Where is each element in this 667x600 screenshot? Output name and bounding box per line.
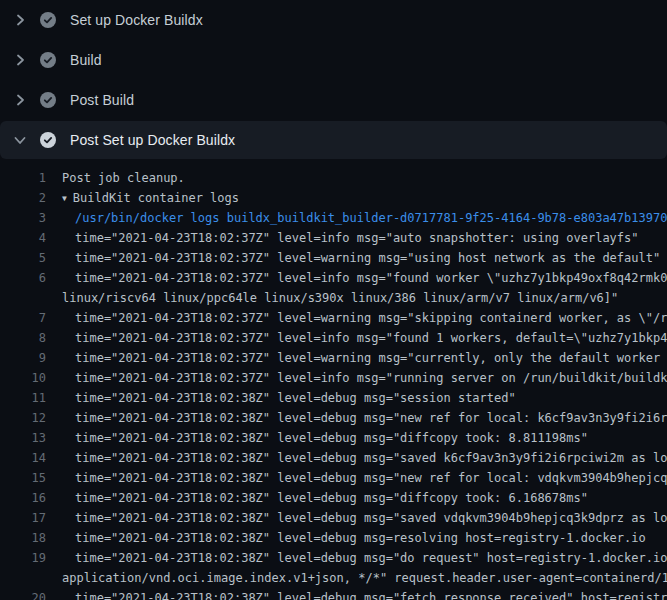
- log-line-number[interactable]: [10, 568, 46, 588]
- log-line-number[interactable]: 7: [10, 308, 46, 328]
- step-header-build[interactable]: Build: [0, 40, 667, 80]
- log-line: 10 time="2021-04-23T18:02:37Z" level=inf…: [0, 368, 667, 388]
- log-line-number[interactable]: 12: [10, 408, 46, 428]
- log-line-text: time="2021-04-23T18:02:38Z" level=debug …: [62, 548, 667, 568]
- group-toggle-caret-icon[interactable]: ▼: [62, 194, 67, 203]
- log-line-text: time="2021-04-23T18:02:37Z" level=warnin…: [62, 348, 667, 368]
- log-line-text: application/vnd.oci.image.index.v1+json,…: [62, 568, 667, 588]
- check-circle-icon: [40, 132, 56, 148]
- actions-log-viewer: Set up Docker Buildx Build Post Build: [0, 0, 667, 600]
- log-line-text: time="2021-04-23T18:02:38Z" level=debug …: [62, 468, 667, 488]
- log-line: 6 time="2021-04-23T18:02:37Z" level=info…: [0, 268, 667, 288]
- log-line-text: time="2021-04-23T18:02:38Z" level=debug …: [62, 508, 667, 528]
- log-line: 2 ▼BuildKit container logs: [0, 188, 667, 208]
- log-line-text: time="2021-04-23T18:02:37Z" level=info m…: [62, 368, 667, 388]
- log-line-number[interactable]: 19: [10, 548, 46, 568]
- log-line: 1 Post job cleanup.: [0, 168, 667, 188]
- log-line-number[interactable]: 10: [10, 368, 46, 388]
- check-circle-icon: [40, 12, 56, 28]
- log-line: 17 time="2021-04-23T18:02:38Z" level=deb…: [0, 508, 667, 528]
- log-line-text: linux/riscv64 linux/ppc64le linux/s390x …: [62, 288, 618, 308]
- step-label: Post Build: [70, 92, 134, 108]
- step-label: Set up Docker Buildx: [70, 12, 203, 28]
- log-line-text: time="2021-04-23T18:02:38Z" level=debug …: [62, 448, 667, 468]
- step-label: Build: [70, 52, 102, 68]
- log-line-text: time="2021-04-23T18:02:38Z" level=debug …: [62, 408, 667, 428]
- step-header-post-build[interactable]: Post Build: [0, 80, 667, 120]
- log-line-number[interactable]: 11: [10, 388, 46, 408]
- log-line-text: time="2021-04-23T18:02:37Z" level=info m…: [62, 328, 667, 348]
- log-line: 18 time="2021-04-23T18:02:38Z" level=deb…: [0, 528, 667, 548]
- log-line-number[interactable]: 17: [10, 508, 46, 528]
- step-label: Post Set up Docker Buildx: [70, 132, 235, 148]
- log-line: 14 time="2021-04-23T18:02:38Z" level=deb…: [0, 448, 667, 468]
- step-header-post-set-up-docker-buildx[interactable]: Post Set up Docker Buildx: [0, 121, 667, 159]
- log-line-number[interactable]: 16: [10, 488, 46, 508]
- log-line: linux/riscv64 linux/ppc64le linux/s390x …: [0, 288, 667, 308]
- log-viewer: 1 Post job cleanup. 2 ▼BuildKit containe…: [0, 159, 667, 600]
- log-line: 20 time="2021-04-23T18:02:38Z" level=deb…: [0, 588, 667, 600]
- chevron-right-icon: [12, 52, 28, 68]
- log-line: 13 time="2021-04-23T18:02:38Z" level=deb…: [0, 428, 667, 448]
- log-line: 11 time="2021-04-23T18:02:38Z" level=deb…: [0, 388, 667, 408]
- log-line-number[interactable]: [10, 288, 46, 308]
- log-line: 16 time="2021-04-23T18:02:38Z" level=deb…: [0, 488, 667, 508]
- log-line-number[interactable]: 6: [10, 268, 46, 288]
- log-line: 8 time="2021-04-23T18:02:37Z" level=info…: [0, 328, 667, 348]
- log-line-number[interactable]: 13: [10, 428, 46, 448]
- log-line-number[interactable]: 1: [10, 168, 46, 188]
- log-line-text: time="2021-04-23T18:02:37Z" level=warnin…: [62, 308, 667, 328]
- log-line-text: time="2021-04-23T18:02:37Z" level=info m…: [62, 228, 639, 248]
- log-line-number[interactable]: 3: [10, 208, 46, 228]
- log-line: 12 time="2021-04-23T18:02:38Z" level=deb…: [0, 408, 667, 428]
- log-line-text: ▼BuildKit container logs: [62, 188, 239, 208]
- step-list: Set up Docker Buildx Build Post Build: [0, 0, 667, 159]
- log-line-text: /usr/bin/docker logs buildx_buildkit_bui…: [62, 208, 667, 228]
- log-line-number[interactable]: 14: [10, 448, 46, 468]
- log-line-number[interactable]: 2: [10, 188, 46, 208]
- log-line: 7 time="2021-04-23T18:02:37Z" level=warn…: [0, 308, 667, 328]
- log-line-number[interactable]: 4: [10, 228, 46, 248]
- log-line: 4 time="2021-04-23T18:02:37Z" level=info…: [0, 228, 667, 248]
- log-line-number[interactable]: 5: [10, 248, 46, 268]
- log-line: 15 time="2021-04-23T18:02:38Z" level=deb…: [0, 468, 667, 488]
- log-line-text: Post job cleanup.: [62, 168, 185, 188]
- chevron-right-icon: [12, 12, 28, 28]
- log-line-text: time="2021-04-23T18:02:38Z" level=debug …: [62, 528, 646, 548]
- log-line: 5 time="2021-04-23T18:02:37Z" level=warn…: [0, 248, 667, 268]
- log-line-number[interactable]: 9: [10, 348, 46, 368]
- log-line: 19 time="2021-04-23T18:02:38Z" level=deb…: [0, 548, 667, 568]
- chevron-right-icon: [12, 92, 28, 108]
- log-line-text: time="2021-04-23T18:02:38Z" level=debug …: [62, 388, 516, 408]
- log-line-number[interactable]: 18: [10, 528, 46, 548]
- step-header-set-up-docker-buildx[interactable]: Set up Docker Buildx: [0, 0, 667, 40]
- log-line: 3 /usr/bin/docker logs buildx_buildkit_b…: [0, 208, 667, 228]
- log-line-number[interactable]: 20: [10, 588, 46, 600]
- log-line-number[interactable]: 15: [10, 468, 46, 488]
- check-circle-icon: [40, 92, 56, 108]
- log-line-text: time="2021-04-23T18:02:37Z" level=warnin…: [62, 248, 660, 268]
- log-line-text: time="2021-04-23T18:02:38Z" level=debug …: [62, 488, 588, 508]
- log-line-text: time="2021-04-23T18:02:37Z" level=info m…: [62, 268, 667, 288]
- log-line: 9 time="2021-04-23T18:02:37Z" level=warn…: [0, 348, 667, 368]
- chevron-down-icon: [12, 132, 28, 148]
- check-circle-icon: [40, 52, 56, 68]
- log-line-number[interactable]: 8: [10, 328, 46, 348]
- log-line-text: time="2021-04-23T18:02:38Z" level=debug …: [62, 588, 667, 600]
- log-line: application/vnd.oci.image.index.v1+json,…: [0, 568, 667, 588]
- log-line-text: time="2021-04-23T18:02:38Z" level=debug …: [62, 428, 588, 448]
